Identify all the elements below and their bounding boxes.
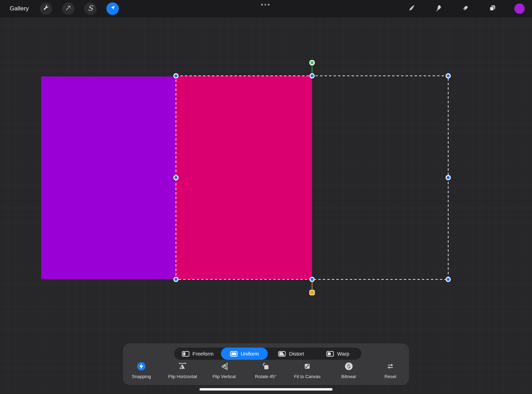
eraser-icon bbox=[461, 4, 470, 14]
tab-freeform[interactable]: Freeform bbox=[174, 348, 221, 360]
flip-vertical-icon bbox=[220, 362, 229, 372]
distort-icon bbox=[278, 351, 286, 357]
gallery-button[interactable]: Gallery bbox=[10, 0, 29, 17]
transform-options-panel: Freeform Uniform Distort bbox=[123, 343, 409, 385]
rotate-45-icon bbox=[261, 362, 270, 372]
snapping-icon bbox=[137, 362, 146, 372]
reset-button[interactable]: Reset bbox=[370, 362, 411, 379]
transform-mode-tabs: Freeform Uniform Distort bbox=[174, 348, 361, 360]
transform-actions-row: Snapping Flip Horizontal bbox=[123, 362, 409, 383]
tab-label: Freeform bbox=[193, 351, 214, 357]
transform-button[interactable] bbox=[106, 2, 119, 15]
tab-label: Warp bbox=[337, 351, 349, 357]
flip-horizontal-button[interactable]: Flip Horizontal bbox=[162, 362, 203, 379]
purple-rect[interactable] bbox=[41, 77, 176, 279]
top-toolbar: Gallery S bbox=[0, 0, 532, 17]
bilinear-button[interactable]: Bilinear bbox=[328, 362, 370, 379]
paint-button[interactable] bbox=[405, 2, 418, 15]
wrench-icon bbox=[43, 5, 50, 13]
flip-vertical-button[interactable]: Flip Vertical bbox=[203, 362, 245, 379]
procreate-transform-screen: Gallery S bbox=[0, 0, 532, 394]
rotate-45-button[interactable]: Rotate 45° bbox=[245, 362, 286, 379]
tab-label: Distort bbox=[289, 351, 304, 357]
layers-button[interactable] bbox=[486, 2, 499, 15]
freeform-icon bbox=[182, 351, 189, 357]
fit-to-canvas-button[interactable]: Fit to Canvas bbox=[286, 362, 328, 379]
tab-uniform[interactable]: Uniform bbox=[221, 348, 268, 360]
layers-icon bbox=[488, 4, 497, 14]
color-swatch[interactable] bbox=[514, 3, 525, 14]
fit-to-canvas-icon bbox=[303, 362, 312, 372]
adjustments-button[interactable] bbox=[62, 2, 74, 15]
magic-wand-icon bbox=[65, 5, 72, 13]
reset-icon bbox=[386, 362, 395, 372]
canvas-options-dots[interactable] bbox=[261, 4, 269, 6]
snapping-button[interactable]: Snapping bbox=[121, 362, 162, 379]
tab-label: Uniform bbox=[241, 351, 259, 357]
bilinear-icon bbox=[344, 362, 353, 372]
brush-icon bbox=[407, 4, 416, 14]
pink-rect-selected-layer[interactable] bbox=[176, 76, 312, 279]
erase-button[interactable] bbox=[459, 2, 472, 15]
tab-warp[interactable]: Warp bbox=[314, 348, 361, 360]
actions-button[interactable] bbox=[40, 2, 52, 15]
tab-distort[interactable]: Distort bbox=[268, 348, 314, 360]
home-indicator[interactable] bbox=[200, 388, 332, 391]
smudge-button[interactable] bbox=[432, 2, 445, 15]
uniform-icon bbox=[230, 351, 238, 357]
arrow-cursor-icon bbox=[109, 5, 116, 13]
smudge-icon bbox=[434, 4, 443, 14]
warp-icon bbox=[326, 351, 334, 357]
selection-s-icon: S bbox=[88, 5, 93, 12]
selection-button[interactable]: S bbox=[84, 2, 97, 15]
flip-horizontal-icon bbox=[178, 362, 187, 372]
